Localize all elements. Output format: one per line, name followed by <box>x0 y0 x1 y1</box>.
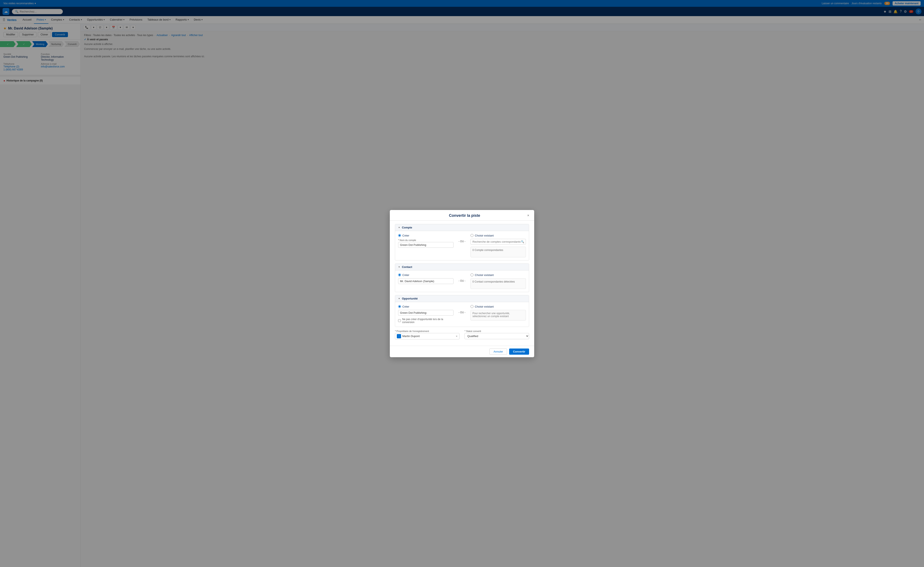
contact-section-label: Contact <box>402 266 412 268</box>
compte-existing-col: Choisir existant 🔍 0 Compte correspondan… <box>471 234 526 257</box>
opportunite-section-body: Créer Ne pas créer d'opportunité lors de… <box>395 302 529 327</box>
opportunite-section-label: Opportunité <box>402 297 418 300</box>
contact-section-body: Créer - OU - Choisir existant <box>395 270 529 292</box>
compte-ou-label: - OU - <box>459 240 466 243</box>
opportunite-creer-label[interactable]: Créer <box>402 305 409 308</box>
contact-match-text: 0 Contact correspondantes détectées <box>473 280 515 283</box>
opportunite-name-input[interactable] <box>398 310 453 316</box>
no-opp-checkbox-row: Ne pas créer d'opportunité lors de la co… <box>398 318 453 324</box>
contact-choisir-label[interactable]: Choisir existant <box>475 273 494 277</box>
chevron-icon[interactable]: ▼ <box>398 266 400 268</box>
compte-choisir-radio-row: Choisir existant <box>471 234 526 237</box>
contact-creer-radio-row: Créer <box>398 273 453 277</box>
opportunite-choisir-radio[interactable] <box>471 305 474 308</box>
opportunite-section: ▼ Opportunité Créer Ne <box>395 295 529 327</box>
nom-compte-field: * Nom du compte <box>398 239 453 248</box>
nom-compte-input[interactable] <box>398 242 453 248</box>
opportunite-or-col: - OU - <box>459 305 466 314</box>
modal-header: Convertir la piste × <box>390 210 534 220</box>
opportunite-creer-radio-row: Créer <box>398 305 453 308</box>
modal-footer: Annuler Convertir <box>390 346 534 357</box>
compte-match-text: 0 Compte correspondantes <box>473 249 503 252</box>
opportunite-existing-col: Choisir existant Pour rechercher une opp… <box>471 305 526 321</box>
opportunite-create-col: Créer Ne pas créer d'opportunité lors de… <box>398 305 453 324</box>
statut-label: * Statut converti <box>465 330 529 332</box>
annuler-button[interactable]: Annuler <box>489 348 507 355</box>
compte-creer-radio-row: Créer <box>398 234 453 237</box>
compte-section-header: ▼ Compte <box>395 224 529 231</box>
contact-section: ▼ Contact Créer - OU - <box>395 264 529 292</box>
modal-body: ▼ Compte Créer * Nom du compte <box>390 220 534 346</box>
owner-clear-button[interactable]: × <box>456 334 457 338</box>
contact-creer-radio[interactable] <box>398 273 401 276</box>
compte-search-field: 🔍 <box>471 239 526 244</box>
owner-avatar: 👤 <box>397 334 401 338</box>
compte-section-label: Compte <box>402 226 412 229</box>
compte-section-body: Créer * Nom du compte - OU - <box>395 231 529 260</box>
nom-compte-label: * Nom du compte <box>398 239 453 242</box>
chevron-icon[interactable]: ▼ <box>398 297 400 300</box>
compte-creer-label[interactable]: Créer <box>402 234 409 237</box>
contact-name-input[interactable] <box>398 278 453 284</box>
contact-ou-label: - OU - <box>459 279 466 282</box>
modal-overlay: Convertir la piste × ▼ Compte Créer <box>0 0 924 567</box>
compte-search-input[interactable] <box>471 239 526 244</box>
contact-choisir-radio-row: Choisir existant <box>471 273 526 277</box>
opportunite-name-field <box>398 310 453 316</box>
proprietaire-label: * Propriétaire de l'enregistrement <box>395 330 459 332</box>
owner-name: Martin Dupont <box>402 334 456 338</box>
proprietaire-field: * Propriétaire de l'enregistrement 👤 Mar… <box>395 330 459 339</box>
contact-name-field <box>398 278 453 284</box>
no-opportunity-checkbox[interactable] <box>398 319 401 322</box>
contact-creer-label[interactable]: Créer <box>402 273 409 277</box>
no-opp-label[interactable]: Ne pas créer d'opportunité lors de la co… <box>402 318 453 324</box>
compte-choisir-label[interactable]: Choisir existant <box>475 234 494 237</box>
opportunite-creer-radio[interactable] <box>398 305 401 308</box>
contact-section-header: ▼ Contact <box>395 264 529 270</box>
opportunite-choisir-radio-row: Choisir existant <box>471 305 526 308</box>
search-icon: 🔍 <box>521 240 524 243</box>
modal-close-button[interactable]: × <box>526 213 531 218</box>
chevron-icon[interactable]: ▼ <box>398 226 400 229</box>
bottom-fields-row: * Propriétaire de l'enregistrement 👤 Mar… <box>395 330 529 342</box>
opportunite-ou-label: - OU - <box>459 311 466 314</box>
compte-or-col: - OU - <box>459 234 466 243</box>
compte-creer-radio[interactable] <box>398 234 401 237</box>
owner-input-wrap[interactable]: 👤 Martin Dupont × <box>395 333 459 339</box>
contact-choisir-radio[interactable] <box>471 273 474 276</box>
opportunite-choisir-label[interactable]: Choisir existant <box>475 305 494 308</box>
opp-placeholder-text: Pour rechercher une opportunité, sélecti… <box>473 312 510 318</box>
opportunite-section-header: ▼ Opportunité <box>395 295 529 302</box>
contact-match-list: 0 Contact correspondantes détectées <box>471 278 526 289</box>
contact-or-col: - OU - <box>459 273 466 282</box>
convertir-submit-button[interactable]: Convertir <box>509 348 529 355</box>
contact-existing-col: Choisir existant 0 Contact correspondant… <box>471 273 526 289</box>
compte-create-col: Créer * Nom du compte <box>398 234 453 250</box>
person-icon: 👤 <box>397 335 400 338</box>
convert-lead-modal: Convertir la piste × ▼ Compte Créer <box>390 210 534 357</box>
statut-field: * Statut converti Qualified New Working … <box>465 330 529 339</box>
compte-choisir-radio[interactable] <box>471 234 474 237</box>
contact-create-col: Créer <box>398 273 453 286</box>
opportunite-existing-placeholder: Pour rechercher une opportunité, sélecti… <box>471 310 526 321</box>
compte-match-list: 0 Compte correspondantes <box>471 247 526 257</box>
compte-section: ▼ Compte Créer * Nom du compte <box>395 224 529 261</box>
statut-select[interactable]: Qualified New Working Nurturing Unqualif… <box>465 333 529 339</box>
modal-title: Convertir la piste <box>400 213 529 218</box>
